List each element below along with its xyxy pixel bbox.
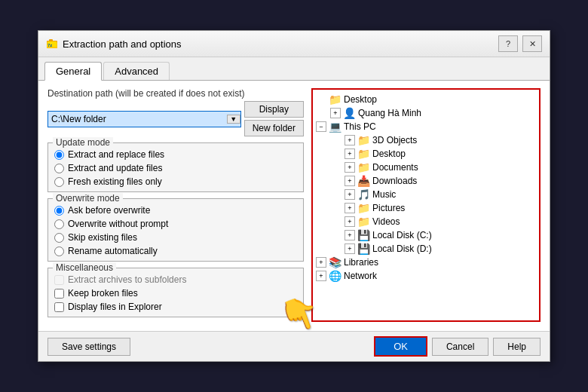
tree-expand-btn[interactable]: + [345,203,355,213]
tree-expand-btn[interactable]: + [345,149,355,159]
tree-item-music[interactable]: +🎵Music [316,188,536,201]
tree-folder-icon: 💾 [357,243,370,255]
update-mode-group: Update mode Extract and replace files Ex… [47,142,304,192]
ok-button[interactable]: OK [374,336,427,357]
destination-section: Destination path (will be created if doe… [47,88,304,136]
tree-expand-btn[interactable]: + [345,189,355,200]
overwrite-mode-options: Ask before overwrite Overwrite without p… [54,205,297,256]
radio-skip-existing-input[interactable] [54,233,64,243]
tree-expand-btn[interactable]: + [345,176,355,186]
tree-item-label: Libraries [344,257,378,268]
new-folder-button[interactable]: New folder [244,120,304,136]
tree-folder-icon: 💻 [329,121,341,133]
title-bar-left: 7z Extraction path and options [46,38,182,50]
radio-extract-replace[interactable]: Extract and replace files [54,149,297,160]
tree-item-desktop[interactable]: 📁Desktop [316,93,536,106]
dest-label: Destination path (will be created if doe… [47,88,304,99]
tree-folder-icon: 💾 [357,229,370,241]
radio-ask-before-label: Ask before overwrite [68,205,150,216]
radio-extract-replace-label: Extract and replace files [68,149,164,160]
tree-item-label: Downloads [372,176,417,186]
tree-folder-icon: 🌐 [329,270,341,282]
dest-dropdown-arrow[interactable]: ▼ [227,115,240,124]
radio-extract-replace-input[interactable] [54,150,64,160]
check-keep-broken-label: Keep broken files [68,288,138,299]
title-bar: 7z Extraction path and options ? ✕ [38,31,550,57]
tree-expand-btn[interactable]: + [330,108,341,118]
radio-skip-existing[interactable]: Skip existing files [54,232,297,243]
cancel-button[interactable]: Cancel [432,338,488,356]
tree-item-label: Pictures [372,203,405,213]
tab-bar: General Advanced [38,57,550,80]
radio-skip-existing-label: Skip existing files [68,232,137,243]
tree-item-videos[interactable]: +📁Videos [316,215,536,228]
radio-ask-before-input[interactable] [54,206,64,216]
tree-expand-btn[interactable]: + [345,230,355,240]
tree-expand-btn[interactable]: + [345,243,355,254]
check-extract-subfolders-label: Extract archives to subfolders [68,274,186,285]
tab-advanced[interactable]: Advanced [103,62,170,80]
tree-expand-btn[interactable]: − [316,121,326,132]
check-extract-subfolders-input [54,275,64,285]
radio-overwrite-no-prompt[interactable]: Overwrite without prompt [54,219,297,229]
radio-ask-before[interactable]: Ask before overwrite [54,205,297,216]
tree-item-pictures[interactable]: +📁Pictures [316,201,536,215]
check-display-files-input[interactable] [54,302,64,312]
tab-content: Destination path (will be created if doe… [38,80,550,331]
tree-expand-btn[interactable]: + [345,216,355,227]
tab-general[interactable]: General [44,62,102,81]
overwrite-mode-label: Overwrite mode [53,193,123,204]
tree-item-label: Local Disk (D:) [372,243,432,254]
tree-item-label: Desktop [372,149,406,159]
save-settings-button[interactable]: Save settings [47,338,130,356]
extraction-dialog: 7z Extraction path and options ? ✕ Gener… [38,30,550,362]
tree-item-desktop2[interactable]: +📁Desktop [316,147,536,161]
tree-item-network[interactable]: +🌐Network [316,269,536,283]
radio-overwrite-no-prompt-input[interactable] [54,219,64,229]
tree-item-user[interactable]: +👤Quang Hà Minh [316,106,536,120]
bottom-area: Save settings OK Cancel Help 👇 [38,331,550,361]
help-button[interactable]: ? [498,35,518,52]
misc-options: Extract archives to subfolders Keep brok… [54,274,297,312]
tree-folder-icon: 📥 [357,175,370,187]
radio-fresh-existing[interactable]: Fresh existing files only [54,176,297,187]
destination-input[interactable] [48,112,227,127]
radio-overwrite-no-prompt-label: Overwrite without prompt [68,219,168,229]
check-extract-subfolders[interactable]: Extract archives to subfolders [54,274,297,285]
ok-cancel-row: OK Cancel Help [374,336,541,357]
svg-text:7z: 7z [47,43,52,47]
radio-extract-update[interactable]: Extract and update files [54,163,297,173]
miscellaneous-group: Miscellaneous Extract archives to subfol… [47,268,304,317]
tree-item-local_c[interactable]: +💾Local Disk (C:) [316,228,536,242]
help-dialog-button[interactable]: Help [493,338,541,356]
check-keep-broken[interactable]: Keep broken files [54,288,297,299]
check-keep-broken-input[interactable] [54,289,64,299]
tree-item-this_pc[interactable]: −💻This PC [316,120,536,133]
display-button[interactable]: Display [244,101,304,118]
check-display-files[interactable]: Display files in Explorer [54,302,297,312]
tree-item-label: Quang Hà Minh [358,108,421,118]
tree-item-label: Network [344,271,377,281]
dialog-title: Extraction path and options [63,38,182,50]
tree-item-3d_objects[interactable]: +📁3D Objects [316,133,536,147]
radio-rename-auto-input[interactable] [54,247,64,256]
overwrite-mode-group: Overwrite mode Ask before overwrite Over… [47,198,304,262]
tree-item-downloads[interactable]: +📥Downloads [316,174,536,188]
close-button[interactable]: ✕ [522,35,542,52]
tree-item-label: Videos [372,216,400,227]
tree-item-documents[interactable]: +📁Documents [316,161,536,174]
tree-expand-btn[interactable]: + [316,257,326,268]
tree-expand-btn[interactable]: + [345,162,355,173]
tree-item-label: 3D Objects [372,135,417,145]
check-display-files-label: Display files in Explorer [68,302,162,312]
tree-expand-btn[interactable]: + [345,135,355,145]
file-tree-panel[interactable]: 📁Desktop+👤Quang Hà Minh−💻This PC+📁3D Obj… [311,88,541,322]
radio-extract-update-input[interactable] [54,164,64,173]
radio-fresh-existing-input[interactable] [54,177,64,187]
radio-rename-auto[interactable]: Rename automatically [54,246,297,256]
tree-expand-btn[interactable]: + [316,271,326,281]
tree-item-libraries[interactable]: +📚Libraries [316,256,536,269]
title-bar-controls: ? ✕ [498,35,542,52]
tree-item-local_d[interactable]: +💾Local Disk (D:) [316,242,536,256]
tree-folder-icon: 📁 [329,93,341,106]
